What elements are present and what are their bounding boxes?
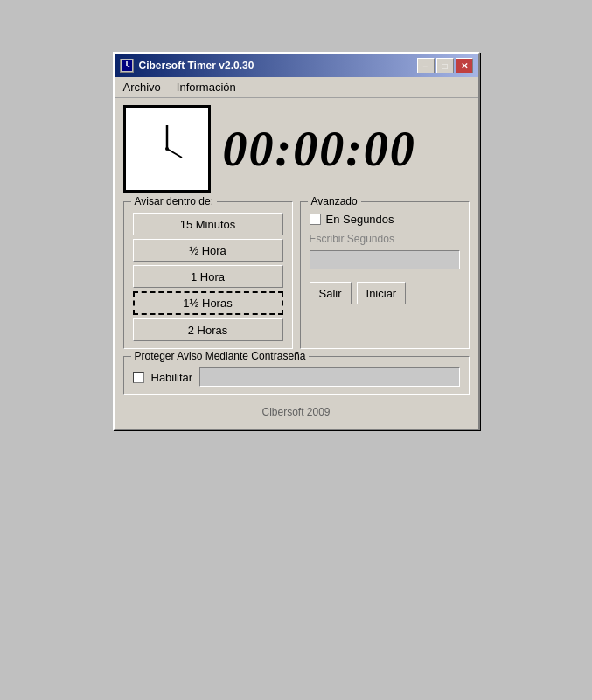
btn-1half-hora[interactable]: 1½ Horas <box>133 291 283 315</box>
menu-archivo[interactable]: Archivo <box>118 79 166 95</box>
password-row: Habilitar <box>133 368 460 387</box>
btn-15min[interactable]: 15 Minutos <box>133 213 283 235</box>
svg-point-6 <box>165 147 169 150</box>
btn-2horas[interactable]: 2 Horas <box>133 318 283 341</box>
en-segundos-checkbox[interactable] <box>310 214 321 225</box>
menu-bar: Archivo Información <box>115 77 478 98</box>
btn-1hora[interactable]: 1 Hora <box>133 265 283 288</box>
title-bar: Cibersoft Timer v2.0.30 − □ ✕ <box>115 54 478 77</box>
maximize-button[interactable]: □ <box>436 58 454 74</box>
window-title: Cibersoft Timer v2.0.30 <box>139 60 254 72</box>
panels-row: Avisar dentro de: 15 Minutos ½ Hora 1 Ho… <box>123 201 470 349</box>
title-buttons: − □ ✕ <box>417 58 473 74</box>
btn-half-hour[interactable]: ½ Hora <box>133 239 283 262</box>
menu-informacion[interactable]: Información <box>171 79 241 95</box>
avisar-panel: Avisar dentro de: 15 Minutos ½ Hora 1 Ho… <box>123 201 293 349</box>
avanzado-legend: Avanzado <box>308 195 361 207</box>
main-content: 00:00:00 Avisar dentro de: 15 Minutos ½ … <box>115 98 478 429</box>
main-window: Cibersoft Timer v2.0.30 − □ ✕ Archivo In… <box>113 52 480 430</box>
app-icon <box>120 59 134 73</box>
habilitar-label: Habilitar <box>151 371 193 384</box>
escribir-segundos-label: Escribir Segundos <box>310 233 460 245</box>
password-legend: Proteger Aviso Mediante Contraseña <box>131 350 310 362</box>
close-button[interactable]: ✕ <box>456 58 473 74</box>
top-section: 00:00:00 <box>123 105 470 192</box>
en-segundos-label: En Segundos <box>326 213 394 226</box>
title-bar-left: Cibersoft Timer v2.0.30 <box>120 59 254 73</box>
iniciar-button[interactable]: Iniciar <box>357 282 407 304</box>
clock-face <box>126 108 208 190</box>
avisar-legend: Avisar dentro de: <box>131 195 218 207</box>
password-panel: Proteger Aviso Mediante Contraseña Habil… <box>123 356 470 395</box>
habilitar-checkbox[interactable] <box>133 372 144 383</box>
time-display: 00:00:00 <box>223 121 416 177</box>
avanzado-content: En Segundos Escribir Segundos Salir Inic… <box>310 213 460 304</box>
salir-button[interactable]: Salir <box>310 282 352 304</box>
footer: Cibersoft 2009 <box>123 402 470 422</box>
avisar-buttons: 15 Minutos ½ Hora 1 Hora 1½ Horas 2 Hora… <box>133 213 283 341</box>
segundos-input[interactable] <box>310 250 460 270</box>
minimize-button[interactable]: − <box>417 58 435 74</box>
action-buttons: Salir Iniciar <box>310 282 460 304</box>
password-input[interactable] <box>199 368 459 387</box>
en-segundos-row: En Segundos <box>310 213 460 226</box>
avanzado-panel: Avanzado En Segundos Escribir Segundos S… <box>300 201 470 349</box>
clock-icon <box>123 105 211 192</box>
